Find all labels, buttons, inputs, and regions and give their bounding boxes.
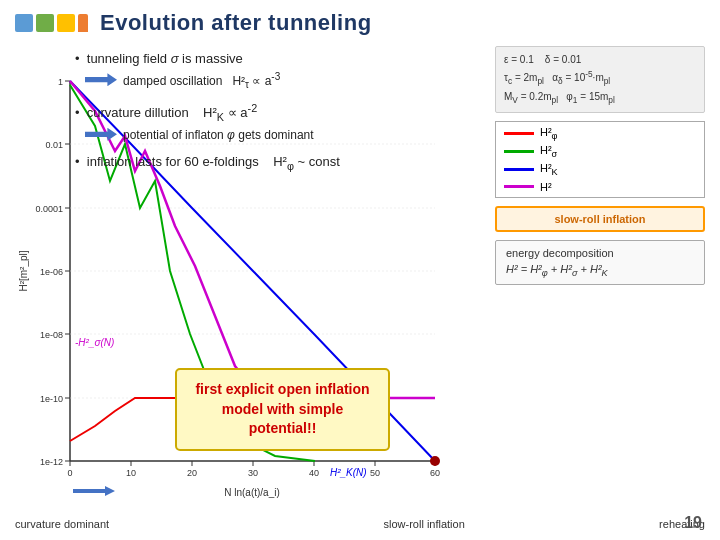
slow-roll-label: slow-roll inflation	[505, 213, 695, 225]
svg-text:1e-06: 1e-06	[40, 267, 63, 277]
slide-title: Evolution after tunneling	[100, 10, 372, 36]
reheating-dot	[430, 456, 440, 466]
legend-label-H2sigma: H²σ	[540, 144, 557, 159]
logo-block-2	[36, 14, 54, 32]
svg-text:1: 1	[58, 77, 63, 87]
legend-item-H2: H²	[504, 181, 696, 193]
svg-text:0.01: 0.01	[45, 140, 63, 150]
bullet-1-text: • tunneling field σ is massive	[75, 51, 280, 66]
bullets: • tunneling field σ is massive damped os…	[75, 51, 415, 180]
legend-label-H2phi: H²φ	[540, 126, 558, 141]
arrow-icon-2	[85, 128, 117, 141]
svg-text:40: 40	[309, 468, 319, 478]
slow-roll-bottom-label: slow-roll inflation	[383, 518, 464, 530]
svg-text:H²[m²_pl]: H²[m²_pl]	[18, 250, 29, 291]
bullet-3-text: • inflation lasts for 60 e-foldings H²φ …	[75, 154, 340, 172]
svg-text:50: 50	[370, 468, 380, 478]
svg-text:1e-10: 1e-10	[40, 394, 63, 404]
svg-text:-H²_σ(N): -H²_σ(N)	[75, 337, 114, 348]
header: Evolution after tunneling	[0, 0, 720, 41]
curvature-dominant-label: curvature dominant	[15, 518, 109, 530]
bullet-1: • tunneling field σ is massive damped os…	[75, 51, 415, 90]
svg-text:N   ln(a(t)/a_i): N ln(a(t)/a_i)	[224, 487, 280, 498]
energy-decomposition-title: energy decomposition	[506, 247, 694, 259]
logo-block-3	[57, 14, 75, 32]
svg-text:0.0001: 0.0001	[35, 204, 63, 214]
bullet-3: • inflation lasts for 60 e-foldings H²φ …	[75, 154, 415, 172]
legend-item-H2phi: H²φ	[504, 126, 696, 141]
param-line-3: MV = 0.2mpl φ1 = 15mpl	[504, 89, 696, 107]
slide: Evolution after tunneling • tunneling fi…	[0, 0, 720, 540]
legend-line-green	[504, 150, 534, 153]
legend-label-H2K: H²K	[540, 162, 558, 177]
slow-roll-box: slow-roll inflation	[495, 206, 705, 232]
energy-equation: H² = H²φ + H²σ + H²K	[506, 263, 694, 278]
legend-line-blue	[504, 168, 534, 171]
first-explicit-box: first explicit open inflationmodel with …	[175, 368, 390, 451]
page-number: 19	[684, 514, 702, 532]
legend-item-H2K: H²K	[504, 162, 696, 177]
svg-text:60: 60	[430, 468, 440, 478]
legend-line-magenta	[504, 185, 534, 188]
logo	[15, 14, 88, 32]
legend-box: H²φ H²σ H²K H²	[495, 121, 705, 198]
curvature-arrow-icon	[73, 486, 115, 496]
legend-line-red	[504, 132, 534, 135]
bullet-2-sub: potential of inflaton φ gets dominant	[123, 128, 314, 142]
svg-text:1e-12: 1e-12	[40, 457, 63, 467]
svg-text:10: 10	[126, 468, 136, 478]
param-line-1: ε = 0.1 δ = 0.01	[504, 52, 696, 68]
legend-item-H2sigma: H²σ	[504, 144, 696, 159]
bottom-labels: curvature dominant slow-roll inflation r…	[15, 518, 705, 530]
param-line-2: τc = 2mpl αδ = 10-5·mpl	[504, 68, 696, 89]
svg-text:H²_K(N): H²_K(N)	[330, 467, 367, 478]
legend-label-H2: H²	[540, 181, 552, 193]
logo-block-4	[78, 14, 88, 32]
params-box: ε = 0.1 δ = 0.01 τc = 2mpl αδ = 10-5·mpl…	[495, 46, 705, 113]
main-content: • tunneling field σ is massive damped os…	[0, 41, 720, 521]
energy-decomposition-box: energy decomposition H² = H²φ + H²σ + H²…	[495, 240, 705, 285]
first-explicit-text: first explicit open inflationmodel with …	[191, 380, 374, 439]
bullet-2: • curvature dillution H²K ∝ a-2 potentia…	[75, 102, 415, 142]
right-panel: ε = 0.1 δ = 0.01 τc = 2mpl αδ = 10-5·mpl…	[495, 41, 705, 516]
svg-text:1e-08: 1e-08	[40, 330, 63, 340]
svg-text:30: 30	[248, 468, 258, 478]
chart-section: • tunneling field σ is massive damped os…	[15, 41, 487, 516]
bullet-1-sub: damped oscillation H²τ ∝ a-3	[123, 71, 280, 90]
svg-text:0: 0	[67, 468, 72, 478]
logo-block-1	[15, 14, 33, 32]
bullet-2-text: • curvature dillution H²K ∝ a-2	[75, 102, 314, 123]
arrow-icon-1	[85, 73, 117, 86]
svg-text:20: 20	[187, 468, 197, 478]
